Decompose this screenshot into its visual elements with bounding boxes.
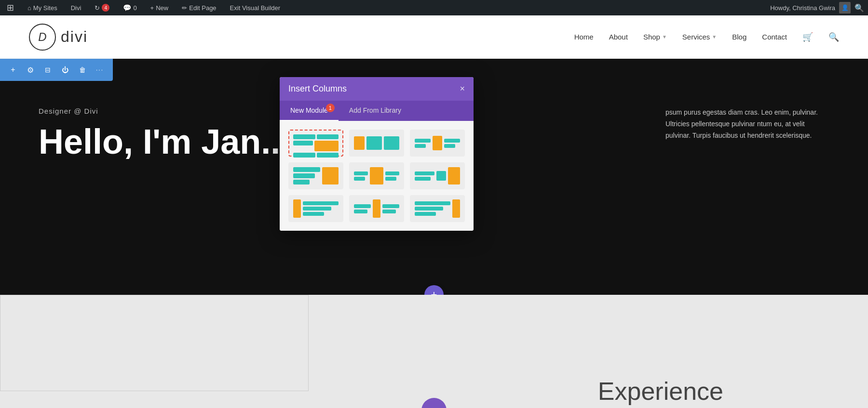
updates-count: 4 [102, 4, 109, 12]
nav-about-label: About [609, 33, 628, 41]
nav-shop-label: Shop [643, 33, 660, 41]
wp-logo[interactable]: ⊞ [4, 0, 17, 15]
tab-add-from-library[interactable]: Add From Library [339, 101, 412, 121]
toolbar-resize-btn[interactable]: ⊟ [40, 62, 56, 78]
nav-about[interactable]: About [609, 33, 628, 41]
exit-label: Exit Visual Builder [230, 4, 281, 12]
experience-section: Experience [598, 377, 723, 406]
column-layout-7[interactable] [288, 195, 343, 222]
hero-subtitle: Designer @ Divi [39, 107, 290, 115]
new-icon: + [150, 4, 154, 12]
toolbar-more-btn[interactable]: ··· [92, 62, 108, 78]
new-menu[interactable]: + New [148, 0, 172, 15]
toolbar-add-btn[interactable]: + [5, 62, 21, 78]
nav-contact[interactable]: Contact [762, 33, 787, 41]
hero-title: Hello, I'm Jan... [39, 123, 290, 161]
site-logo[interactable]: D divi [29, 24, 88, 51]
nav-home-label: Home [574, 33, 594, 41]
updates-icon: ↻ [95, 4, 100, 12]
tab-badge: 1 [326, 104, 335, 112]
wp-icon: ⊞ [7, 2, 14, 13]
modal-body [280, 121, 474, 231]
modal-close-button[interactable]: × [460, 84, 465, 94]
comments-menu[interactable]: 💬 0 [120, 0, 139, 15]
hero-body-text: psum purus egestas diam cras. Leo enim, … [665, 107, 829, 141]
nav-blog[interactable]: Blog [732, 33, 746, 41]
nav-services-label: Services [682, 33, 710, 41]
builder-toolbar: + ⚙ ⊟ ⏻ 🗑 ··· [0, 59, 113, 81]
nav-contact-label: Contact [762, 33, 787, 41]
divi-label: Divi [71, 4, 81, 12]
tab-new-module[interactable]: New Module 1 [280, 101, 339, 121]
left-box [0, 295, 309, 391]
comments-icon: 💬 [123, 4, 131, 12]
site-header: D divi Home About Shop ▼ Services ▼ Blog… [0, 15, 868, 59]
edit-icon: ✏ [182, 4, 187, 12]
updates-menu[interactable]: ↻ 4 [92, 0, 112, 15]
add-row-icon: + [431, 289, 437, 295]
edit-label: Edit Page [189, 4, 216, 12]
column-layout-3[interactable] [410, 130, 465, 157]
nav-blog-label: Blog [732, 33, 746, 41]
logo-d: D [38, 30, 46, 44]
column-layout-5[interactable] [349, 162, 404, 189]
services-dropdown-arrow: ▼ [712, 34, 717, 39]
nav-home[interactable]: Home [574, 33, 594, 41]
add-row-button[interactable]: + [424, 285, 444, 295]
hero-content: Designer @ Divi Hello, I'm Jan... [39, 107, 290, 161]
column-layout-2[interactable] [349, 130, 404, 157]
admin-bar: ⊞ ⌂ My Sites Divi ↻ 4 💬 0 + New ✏ Edit P… [0, 0, 868, 15]
user-greeting: Howdy, Christina Gwira [770, 4, 835, 12]
logo-text: divi [61, 28, 88, 46]
exit-builder-btn[interactable]: Exit Visual Builder [227, 0, 284, 15]
hero-title-text: Hello, I'm Ja [39, 122, 240, 161]
comments-count: 0 [133, 4, 136, 12]
my-sites-label: My Sites [33, 4, 57, 12]
nav-shop[interactable]: Shop ▼ [643, 33, 667, 41]
column-layout-6[interactable] [410, 162, 465, 189]
modal-title: Insert Columns [288, 84, 347, 94]
column-layout-9[interactable] [410, 195, 465, 222]
site-nav: Home About Shop ▼ Services ▼ Blog Contac… [574, 32, 839, 42]
modal-header: Insert Columns × [280, 77, 474, 101]
module-dots-circle[interactable]: ••• [421, 398, 447, 408]
experience-title: Experience [598, 377, 723, 405]
column-layout-8[interactable] [349, 195, 404, 222]
below-hero-section: Experience ••• [0, 295, 868, 408]
admin-bar-right: Howdy, Christina Gwira 👤 🔍 [770, 2, 864, 13]
modal-tabs: New Module 1 Add From Library [280, 101, 474, 121]
nav-services[interactable]: Services ▼ [682, 33, 717, 41]
insert-columns-modal: Insert Columns × New Module 1 Add From L… [280, 77, 474, 231]
module-dots: ••• [428, 406, 440, 408]
tab-library-label: Add From Library [349, 106, 401, 114]
column-layout-4[interactable] [288, 162, 343, 189]
user-avatar: 👤 [839, 2, 851, 13]
column-layout-1[interactable] [288, 130, 343, 157]
my-sites-menu[interactable]: ⌂ My Sites [25, 0, 60, 15]
tab-new-module-label: New Module [290, 106, 328, 114]
logo-circle: D [29, 24, 56, 51]
header-search-icon[interactable]: 🔍 [828, 32, 839, 42]
toolbar-delete-btn[interactable]: 🗑 [74, 62, 91, 78]
new-label: New [156, 4, 168, 12]
hero-paragraph: psum purus egestas diam cras. Leo enim, … [665, 107, 829, 141]
toolbar-toggle-btn[interactable]: ⏻ [57, 62, 73, 78]
cart-icon[interactable]: 🛒 [802, 32, 813, 42]
edit-page-btn[interactable]: ✏ Edit Page [179, 0, 219, 15]
column-layout-grid [288, 130, 465, 222]
divi-menu[interactable]: Divi [68, 0, 84, 15]
shop-dropdown-arrow: ▼ [662, 34, 667, 39]
toolbar-settings-btn[interactable]: ⚙ [22, 62, 39, 78]
admin-search-icon[interactable]: 🔍 [854, 3, 864, 13]
my-sites-icon: ⌂ [27, 4, 31, 12]
